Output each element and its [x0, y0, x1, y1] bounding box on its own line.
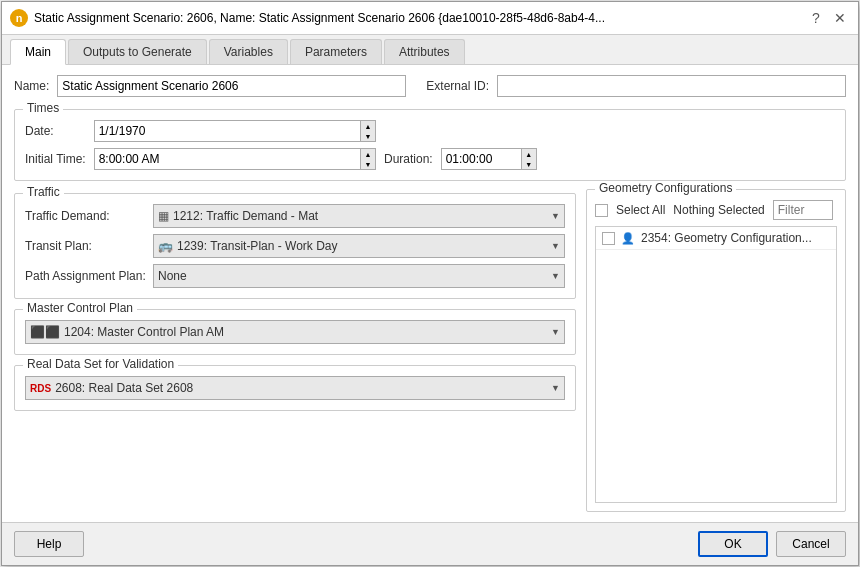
- date-down-btn[interactable]: ▼: [361, 131, 375, 141]
- master-plan-label: Master Control Plan: [23, 301, 137, 315]
- initial-time-label: Initial Time:: [25, 152, 86, 166]
- real-data-select[interactable]: RDS 2608: Real Data Set 2608 ▼: [25, 376, 565, 400]
- initial-time-wrap: ▲ ▼: [94, 148, 376, 170]
- ok-button[interactable]: OK: [698, 531, 768, 557]
- select-all-checkbox[interactable]: [595, 204, 608, 217]
- cancel-button[interactable]: Cancel: [776, 531, 846, 557]
- duration-up-btn[interactable]: ▲: [522, 149, 536, 159]
- transit-label: Transit Plan:: [25, 239, 145, 253]
- title-bar: n Static Assignment Scenario: 2606, Name…: [2, 2, 858, 35]
- times-group-label: Times: [23, 101, 63, 115]
- tab-variables[interactable]: Variables: [209, 39, 288, 64]
- duration-input[interactable]: [441, 148, 521, 170]
- geometry-config-group: Geometry Configurations Select All Nothi…: [586, 189, 846, 512]
- transit-text: 1239: Transit-Plan - Work Day: [177, 239, 547, 253]
- left-col: Traffic Traffic Demand: ▦ 1212: Traffic …: [14, 189, 576, 512]
- date-input-wrap: ▲ ▼: [94, 120, 376, 142]
- geo-item-text: 2354: Geometry Configuration...: [641, 231, 812, 245]
- demand-icon: ▦: [158, 209, 169, 223]
- real-data-arrow-icon: ▼: [551, 383, 560, 393]
- duration-wrap: ▲ ▼: [441, 148, 537, 170]
- app-icon: n: [10, 9, 28, 27]
- geo-list-item[interactable]: 👤 2354: Geometry Configuration...: [596, 227, 836, 250]
- main-window: n Static Assignment Scenario: 2606, Name…: [1, 1, 859, 566]
- geo-item-icon: 👤: [621, 232, 635, 245]
- rds-icon: RDS: [30, 383, 51, 394]
- select-all-label[interactable]: Select All: [616, 203, 665, 217]
- name-input[interactable]: [57, 75, 406, 97]
- master-plan-select[interactable]: ⬛⬛ 1204: Master Control Plan AM ▼: [25, 320, 565, 344]
- demand-select[interactable]: ▦ 1212: Traffic Demand - Mat ▼: [153, 204, 565, 228]
- initial-time-spinner: ▲ ▼: [360, 148, 376, 170]
- date-input[interactable]: [94, 120, 360, 142]
- master-plan-arrow-icon: ▼: [551, 327, 560, 337]
- times-group: Times Date: ▲ ▼ Initial Time: ▲ ▼: [14, 109, 846, 181]
- tab-attributes[interactable]: Attributes: [384, 39, 465, 64]
- initial-time-input[interactable]: [94, 148, 360, 170]
- footer: Help OK Cancel: [2, 522, 858, 565]
- geo-filter-input[interactable]: [773, 200, 833, 220]
- duration-spinner: ▲ ▼: [521, 148, 537, 170]
- footer-left: Help: [14, 531, 84, 557]
- path-arrow-icon: ▼: [551, 271, 560, 281]
- real-data-text: 2608: Real Data Set 2608: [55, 381, 547, 395]
- traffic-group: Traffic Traffic Demand: ▦ 1212: Traffic …: [14, 193, 576, 299]
- demand-label: Traffic Demand:: [25, 209, 145, 223]
- master-plan-icon: ⬛⬛: [30, 325, 60, 339]
- tab-bar: Main Outputs to Generate Variables Param…: [2, 35, 858, 65]
- path-text: None: [158, 269, 547, 283]
- name-row: Name: External ID:: [14, 75, 846, 97]
- geo-header-row: Select All Nothing Selected: [595, 200, 837, 220]
- ext-id-input[interactable]: [497, 75, 846, 97]
- tab-parameters[interactable]: Parameters: [290, 39, 382, 64]
- transit-arrow-icon: ▼: [551, 241, 560, 251]
- main-two-col: Traffic Traffic Demand: ▦ 1212: Traffic …: [14, 189, 846, 512]
- initial-time-up-btn[interactable]: ▲: [361, 149, 375, 159]
- date-up-btn[interactable]: ▲: [361, 121, 375, 131]
- transit-icon: 🚌: [158, 239, 173, 253]
- tab-main[interactable]: Main: [10, 39, 66, 65]
- geo-item-checkbox[interactable]: [602, 232, 615, 245]
- name-label: Name:: [14, 79, 49, 93]
- geometry-config-label: Geometry Configurations: [595, 181, 736, 195]
- initial-time-down-btn[interactable]: ▼: [361, 159, 375, 169]
- help-button[interactable]: ?: [806, 8, 826, 28]
- demand-text: 1212: Traffic Demand - Mat: [173, 209, 547, 223]
- real-data-label: Real Data Set for Validation: [23, 357, 178, 371]
- right-col: Geometry Configurations Select All Nothi…: [586, 189, 846, 512]
- times-grid: Date: ▲ ▼ Initial Time: ▲ ▼: [25, 120, 835, 170]
- duration-down-btn[interactable]: ▼: [522, 159, 536, 169]
- nothing-selected-label: Nothing Selected: [673, 203, 764, 217]
- main-content: Name: External ID: Times Date: ▲ ▼ Initi…: [2, 65, 858, 522]
- path-select[interactable]: None ▼: [153, 264, 565, 288]
- demand-arrow-icon: ▼: [551, 211, 560, 221]
- real-data-group: Real Data Set for Validation RDS 2608: R…: [14, 365, 576, 411]
- help-button[interactable]: Help: [14, 531, 84, 557]
- date-spinner: ▲ ▼: [360, 120, 376, 142]
- close-button[interactable]: ✕: [830, 8, 850, 28]
- path-label: Path Assignment Plan:: [25, 269, 145, 283]
- master-plan-text: 1204: Master Control Plan AM: [64, 325, 547, 339]
- traffic-group-label: Traffic: [23, 185, 64, 199]
- geo-list: 👤 2354: Geometry Configuration...: [595, 226, 837, 503]
- ext-id-label: External ID:: [426, 79, 489, 93]
- master-plan-group: Master Control Plan ⬛⬛ 1204: Master Cont…: [14, 309, 576, 355]
- date-label: Date:: [25, 124, 86, 138]
- tab-outputs[interactable]: Outputs to Generate: [68, 39, 207, 64]
- window-controls: ? ✕: [806, 8, 850, 28]
- traffic-grid: Traffic Demand: ▦ 1212: Traffic Demand -…: [25, 204, 565, 288]
- transit-select[interactable]: 🚌 1239: Transit-Plan - Work Day ▼: [153, 234, 565, 258]
- duration-label: Duration:: [384, 152, 433, 166]
- window-title: Static Assignment Scenario: 2606, Name: …: [34, 11, 800, 25]
